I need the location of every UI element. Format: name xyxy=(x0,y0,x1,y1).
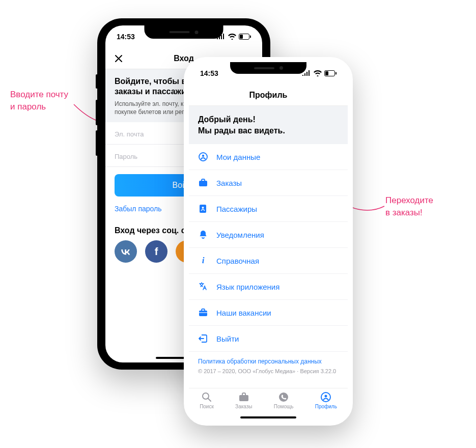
tab-profile[interactable]: Профиль xyxy=(315,391,337,409)
callout-go-to-orders: Переходите в заказы! xyxy=(385,194,433,219)
menu-item-label: Выйти xyxy=(216,334,239,343)
menu-item-jobs[interactable]: Наши вакансии xyxy=(189,300,348,326)
logout-icon xyxy=(198,333,208,344)
phone-profile: 14:53 Профиль Добрый день! Мы рады вас в… xyxy=(184,57,353,426)
user-circle-icon xyxy=(320,391,331,403)
menu-item-label: Мои данные xyxy=(216,153,260,161)
menu-item-logout[interactable]: Выйти xyxy=(189,326,348,352)
callout-line: в заказы! xyxy=(385,207,433,219)
battery-icon xyxy=(324,70,337,76)
callout-email-password: Вводите почту и пароль xyxy=(10,89,68,113)
search-icon xyxy=(201,391,212,403)
menu-item-language[interactable]: Язык приложения xyxy=(189,274,348,300)
svg-rect-6 xyxy=(325,71,328,75)
privacy-policy-link[interactable]: Политика обработки персональных данных xyxy=(189,352,348,367)
info-icon: i xyxy=(198,256,208,266)
home-indicator xyxy=(240,416,296,418)
forgot-password-link[interactable]: Забыл пароль xyxy=(115,205,161,213)
tab-orders[interactable]: Заказы xyxy=(235,391,252,409)
profile-navbar: Профиль xyxy=(189,85,348,106)
bell-icon xyxy=(198,230,208,240)
callout-line: Переходите xyxy=(385,194,433,207)
svg-point-17 xyxy=(325,395,327,398)
svg-rect-5 xyxy=(335,72,337,75)
copyright-text: © 2017 – 2020, ООО «Глобус Медиа» · Верс… xyxy=(189,367,348,378)
profile-greeting: Добрый день! Мы рады вас видеть. xyxy=(189,106,348,144)
greeting-line: Добрый день! xyxy=(198,114,339,125)
status-time: 14:53 xyxy=(200,69,218,77)
tab-label: Помощь xyxy=(274,404,294,409)
svg-rect-9 xyxy=(199,181,207,186)
menu-item-passengers[interactable]: Пассажиры xyxy=(189,196,348,222)
svg-point-11 xyxy=(202,207,204,209)
phone-side-button xyxy=(96,74,98,89)
language-icon xyxy=(198,282,208,292)
callout-line: и пароль xyxy=(10,101,68,113)
tab-label: Заказы xyxy=(235,404,252,409)
menu-item-orders[interactable]: Заказы xyxy=(189,170,348,196)
greeting-line: Мы рады вас видеть. xyxy=(198,125,339,136)
phone-notch xyxy=(145,25,223,39)
address-book-icon xyxy=(198,204,208,214)
tab-bar: Поиск Заказы Помощь Профиль xyxy=(189,388,348,421)
vk-login-button[interactable] xyxy=(115,240,137,263)
phone-side-button xyxy=(96,130,98,156)
menu-item-label: Пассажиры xyxy=(216,205,257,213)
menu-item-label: Уведомления xyxy=(216,231,264,239)
briefcase-icon xyxy=(238,391,249,403)
menu-item-label: Язык приложения xyxy=(216,283,279,291)
svg-rect-1 xyxy=(250,36,251,38)
phone-side-button xyxy=(96,100,98,125)
profile-title: Профиль xyxy=(249,91,288,100)
svg-rect-2 xyxy=(240,35,243,39)
briefcase-icon xyxy=(198,178,208,188)
callout-line: Вводите почту xyxy=(10,89,68,101)
status-time: 14:53 xyxy=(117,33,135,41)
wifi-icon xyxy=(314,70,322,76)
phone-notch xyxy=(230,62,306,74)
briefcase-outline-icon xyxy=(198,307,208,318)
close-icon[interactable] xyxy=(115,54,123,63)
wifi-icon xyxy=(228,34,236,40)
menu-item-notifications[interactable]: Уведомления xyxy=(189,222,348,248)
menu-item-label: Заказы xyxy=(216,179,242,187)
tab-help[interactable]: Помощь xyxy=(274,391,294,409)
svg-point-15 xyxy=(279,393,288,402)
svg-point-13 xyxy=(203,393,209,399)
tab-label: Профиль xyxy=(315,404,337,409)
svg-rect-14 xyxy=(239,395,248,401)
battery-icon xyxy=(239,34,251,40)
login-title: Вход xyxy=(174,54,194,63)
menu-item-label: Наши вакансии xyxy=(216,309,271,317)
tab-label: Поиск xyxy=(200,404,214,409)
menu-item-my-data[interactable]: Мои данные xyxy=(189,144,348,170)
tab-search[interactable]: Поиск xyxy=(200,391,214,409)
svg-point-8 xyxy=(202,155,204,157)
svg-rect-12 xyxy=(199,311,207,316)
menu-item-help[interactable]: i Справочная xyxy=(189,248,348,274)
facebook-login-button[interactable]: f xyxy=(145,240,167,263)
phone-icon xyxy=(278,391,289,403)
menu-item-label: Справочная xyxy=(216,257,259,265)
profile-menu: Мои данные Заказы Пассажиры Уведомления xyxy=(189,144,348,352)
user-circle-icon xyxy=(198,152,208,162)
